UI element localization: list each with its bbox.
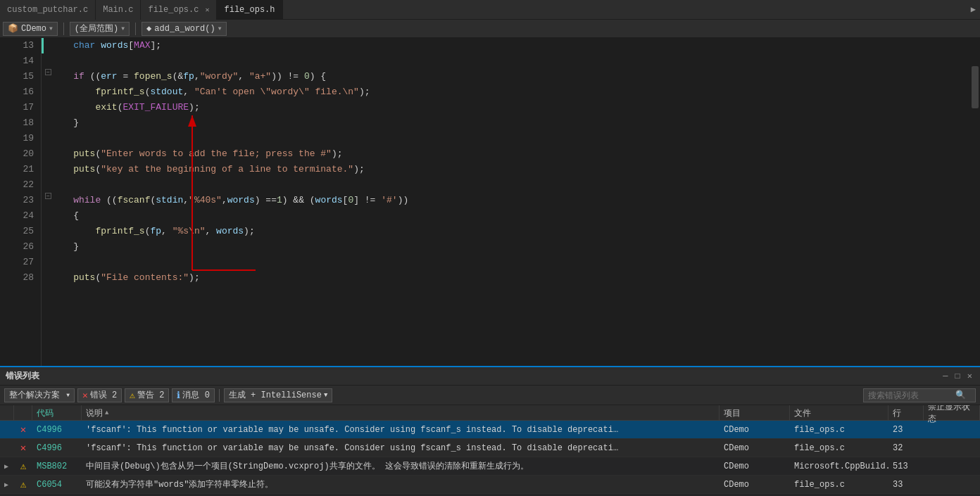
code-line-22 [51, 177, 980, 193]
row4-line: 33 [888, 476, 924, 494]
tab-main[interactable]: Main.c [96, 0, 141, 20]
col-header-expand [0, 405, 14, 421]
code-content[interactable]: char words[MAX]; if ((err = fopen_s(&fp,… [51, 38, 980, 366]
scope-icon-dropdown[interactable]: 📦 CDemo ▼ [3, 22, 58, 36]
error-panel-header: 错误列表 — □ ✕ [0, 367, 980, 386]
info-count-btn[interactable]: ℹ 消息 0 [172, 388, 214, 402]
line-num-23: 23 [3, 193, 34, 208]
info-icon: ℹ [177, 390, 180, 401]
row4-code[interactable]: C6054 [32, 476, 82, 494]
tab-label: custom_putchar.c [7, 5, 88, 15]
line-num-15: 15 [3, 69, 34, 84]
row3-file: Microsoft.CppBuild.tar... [790, 457, 888, 476]
row1-state [924, 421, 980, 439]
row3-line: 513 [888, 457, 924, 476]
row4-warning-icon: ⚠ [20, 478, 26, 490]
row2-desc: 'fscanf': This function or variable may … [82, 439, 720, 457]
panel-minimize-btn[interactable]: — [941, 371, 950, 381]
error-row-4[interactable]: ▶ ⚠ C6054 可能没有为字符串"words"添加字符串零终止符。 CDem… [0, 476, 980, 494]
line-numbers: 13 14 15 16 17 18 19 20 21 22 23 24 25 2… [3, 38, 42, 366]
col-header-desc[interactable]: 说明 ▲ [82, 405, 720, 421]
row3-state [924, 457, 980, 476]
chevron-down-icon-3: ▼ [218, 25, 222, 32]
row4-desc: 可能没有为字符串"words"添加字符串零终止符。 [82, 476, 720, 494]
line-num-26: 26 [3, 239, 34, 255]
chevron-down-icon: ▼ [49, 25, 53, 32]
error-icon: ✕ [82, 390, 88, 401]
row1-desc: 'fscanf': This function or variable may … [82, 421, 720, 439]
line-num-20: 20 [3, 146, 34, 162]
col-header-state[interactable]: 禁止显示状态 [924, 405, 980, 421]
col-header-file[interactable]: 文件 [790, 405, 888, 421]
code-line-20: puts("Enter words to add the file; press… [51, 146, 980, 162]
collapse-btn-15[interactable]: − [45, 69, 51, 75]
code-line-21: puts("key at the beginning of a line to … [51, 162, 980, 177]
function-label: add_a_word() [154, 24, 215, 34]
col-header-project[interactable]: 项目 [720, 405, 790, 421]
tab-bar: custom_putchar.c Main.c file_ops.c ✕ fil… [0, 0, 980, 20]
tab-file-ops-h[interactable]: file_ops.h [217, 0, 282, 20]
scope-icon: 📦 [8, 23, 18, 34]
row1-line: 23 [888, 421, 924, 439]
panel-controls: — □ ✕ [941, 371, 974, 381]
row4-expand[interactable]: ▶ [0, 476, 14, 494]
collapse-btn-23[interactable]: − [45, 193, 51, 199]
row2-code[interactable]: C4996 [32, 439, 82, 457]
row1-expand[interactable] [0, 421, 14, 439]
row4-icon-cell: ⚠ [14, 476, 32, 494]
warning-count-btn[interactable]: ⚠ 警告 2 [125, 388, 169, 402]
tab-custom-putchar[interactable]: custom_putchar.c [0, 0, 96, 20]
function-icon: ◆ [146, 23, 151, 34]
v-scrollbar-thumb[interactable] [972, 66, 979, 108]
chevron-down-icon-2: ▼ [121, 25, 125, 32]
error-search-box[interactable]: 🔍 [863, 388, 976, 402]
code-line-25: fprintf_s(fp, "%s\n", words); [51, 224, 980, 239]
line-num-16: 16 [3, 84, 34, 100]
row4-file: file_ops.c [790, 476, 888, 494]
code-line-24: { [51, 208, 980, 224]
tab-scroll-right[interactable]: ▶ [967, 4, 980, 15]
code-toolbar: 📦 CDemo ▼ (全局范围) ▼ ◆ add_a_word() ▼ [0, 20, 980, 38]
green-indicator-13 [42, 38, 44, 53]
col-header-icon [14, 405, 32, 421]
row1-error-icon: ✕ [20, 424, 26, 435]
tab-close-icon[interactable]: ✕ [205, 6, 209, 14]
sort-arrow-icon: ▲ [105, 409, 108, 416]
build-filter-btn[interactable]: 生成 + IntelliSense ▼ [224, 388, 332, 402]
tab-label: file_ops.c [148, 5, 199, 15]
v-scrollbar[interactable] [970, 38, 980, 366]
error-panel: 错误列表 — □ ✕ 整个解决方案 ▼ ✕ 错误 2 ⚠ 警告 2 ℹ 消息 0… [0, 366, 980, 496]
code-line-19 [51, 131, 980, 146]
error-row-3[interactable]: ▶ ⚠ MSB802 中间目录(Debug\)包含从另一个项目(StringDe… [0, 457, 980, 476]
row3-expand[interactable]: ▶ [0, 457, 14, 476]
error-row-2[interactable]: ✕ C4996 'fscanf': This function or varia… [0, 439, 980, 457]
error-count-btn[interactable]: ✕ 错误 2 [77, 388, 122, 402]
error-table-header: 代码 说明 ▲ 项目 文件 行 禁止显示状态 [0, 405, 980, 421]
function-dropdown[interactable]: ◆ add_a_word() ▼ [142, 22, 226, 36]
error-toolbar-sep [219, 389, 220, 402]
col-header-code[interactable]: 代码 [32, 405, 82, 421]
row1-code[interactable]: C4996 [32, 421, 82, 439]
row3-project: CDemo [720, 457, 790, 476]
line-num-28: 28 [3, 270, 34, 286]
line-num-13: 13 [3, 38, 34, 53]
col-header-line[interactable]: 行 [888, 405, 924, 421]
code-line-28: puts("File contents:"); [51, 270, 980, 286]
code-line-26: } [51, 239, 980, 255]
row2-expand[interactable] [0, 439, 14, 457]
line-num-18: 18 [3, 115, 34, 131]
row3-code[interactable]: MSB802 [32, 457, 82, 476]
error-row-1[interactable]: ✕ C4996 'fscanf': This function or varia… [0, 421, 980, 439]
info-count-label: 消息 0 [182, 389, 209, 401]
panel-close-btn[interactable]: ✕ [965, 371, 974, 381]
error-search-input[interactable] [868, 390, 953, 400]
row3-warning-icon: ⚠ [20, 460, 26, 472]
scope-label: CDemo [21, 24, 46, 34]
panel-maximize-btn[interactable]: □ [953, 371, 962, 381]
line-num-24: 24 [3, 208, 34, 224]
code-line-15: if ((err = fopen_s(&fp,"wordy", "a+")) !… [51, 69, 980, 84]
error-table: 代码 说明 ▲ 项目 文件 行 禁止显示状态 [0, 405, 980, 496]
scope-dropdown[interactable]: 整个解决方案 ▼ [4, 388, 75, 402]
tab-file-ops-c[interactable]: file_ops.c ✕ [141, 0, 217, 20]
global-scope-dropdown[interactable]: (全局范围) ▼ [70, 22, 130, 36]
